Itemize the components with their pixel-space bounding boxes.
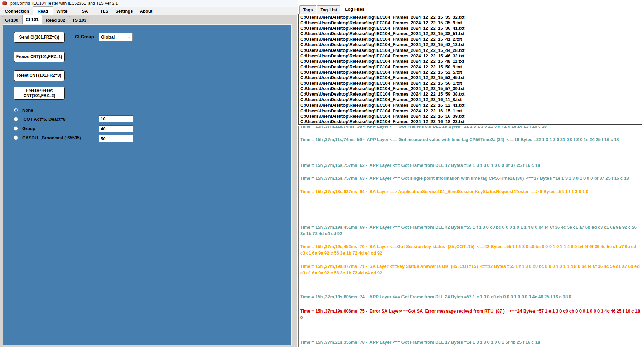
- log-file-row-18[interactable]: C:\Users\User\Desktop\Release\log\IEC104…: [300, 114, 642, 119]
- menu-item-4[interactable]: TLS: [97, 7, 112, 15]
- frame-log-viewer[interactable]: Time = 15h ,37m,11s,74ms 58 - APP Layer …: [298, 126, 642, 347]
- tab-0[interactable]: Tags: [299, 5, 316, 14]
- log-entry-3: Time = 15h ,37m,15s,757ms 63 - APP Layer…: [300, 175, 641, 182]
- log-file-row-4[interactable]: C:\Users\User\Desktop\Release\log\IEC104…: [300, 37, 642, 42]
- ci-group-selected-value: Global: [101, 34, 115, 40]
- radio-2[interactable]: Group: [14, 126, 81, 131]
- log-file-row-10[interactable]: C:\Users\User\Desktop\Release\log\IEC104…: [300, 70, 642, 75]
- log-file-row-9[interactable]: C:\Users\User\Desktop\Release\log\IEC104…: [300, 64, 642, 70]
- log-file-row-16[interactable]: C:\Users\User\Desktop\Release\log\IEC104…: [300, 103, 642, 108]
- log-file-row-17[interactable]: C:\Users\User\Desktop\Release\log\IEC104…: [300, 108, 642, 114]
- log-entry-1: Time = 15h ,37m,11s,74ms 59 - APP Layer …: [300, 136, 641, 143]
- cot-value-input[interactable]: [99, 115, 133, 122]
- tab-3[interactable]: TS 103: [69, 16, 89, 24]
- radio-circle-icon: [14, 126, 18, 131]
- chevron-down-icon: ⌄: [127, 35, 130, 39]
- log-file-list[interactable]: C:\Users\User\Desktop\Release\log\IEC104…: [298, 14, 642, 125]
- casdu-value-input[interactable]: [99, 135, 133, 142]
- log-entry-9: Time = 15h ,37m,19s,606ms 75 - Error SA …: [300, 308, 641, 321]
- radio-0[interactable]: None: [14, 107, 81, 113]
- ci-101-panel: Send CI(101,FRZ=0)) Freeze CNT(101,FRZ=1…: [3, 24, 292, 345]
- log-entry-0: Time = 15h ,37m,11s,74ms 58 - APP Layer …: [300, 126, 641, 129]
- send-ci-button[interactable]: Send CI(101,FRZ=0)): [14, 32, 65, 43]
- log-file-row-0[interactable]: C:\Users\User\Desktop\Release\log\IEC104…: [300, 15, 642, 20]
- window-title: pbsControl IEC104 Tester with IEC62351 a…: [10, 1, 118, 6]
- log-file-row-2[interactable]: C:\Users\User\Desktop\Release\log\IEC104…: [300, 26, 642, 31]
- log-entry-8: Time = 15h ,37m,19s,605ms 74 - APP Layer…: [300, 293, 641, 300]
- right-tab-strip: TagsTag ListLog Files: [299, 5, 369, 14]
- ci-group-select[interactable]: Global ⌄: [99, 33, 133, 41]
- radio-circle-icon: [14, 117, 18, 121]
- log-entry-4: Time = 15h ,37m,18s,927ms 64 - SA Layer …: [300, 188, 641, 195]
- menu-bar: ConnectionReadWriteSATLSSettingsAbout: [0, 7, 298, 15]
- freeze-cnt-button[interactable]: Freeze CNT(101,FRZ=1): [14, 52, 65, 62]
- log-file-row-13[interactable]: C:\Users\User\Desktop\Release\log\IEC104…: [300, 86, 642, 91]
- cot-radio-group: None COT Act=6, Deact=8 Group CASDU ,Bro…: [14, 107, 81, 144]
- log-file-row-19[interactable]: C:\Users\User\Desktop\Release\log\IEC104…: [300, 119, 642, 125]
- log-entry-2: Time = 15h ,37m,15s,757ms 62 - APP Layer…: [300, 162, 641, 169]
- ci-group-label: CI Group: [75, 34, 94, 39]
- radio-3[interactable]: CASDU ,Broadcast ( 65535): [14, 135, 81, 140]
- right-pane: TagsTag ListLog Files C:\Users\User\Desk…: [298, 0, 644, 347]
- reset-cnt-button[interactable]: Reset CNT(101,FRZ=3): [14, 70, 65, 81]
- read-tab-page: GI 100CI 101Read 102TS 103 Send CI(101,F…: [0, 15, 297, 347]
- tab-0[interactable]: GI 100: [2, 16, 21, 24]
- menu-item-2[interactable]: Write: [53, 7, 71, 15]
- log-entry-7: Time = 15h ,37m,19s,477ms 71 - SA Layer …: [300, 263, 641, 276]
- log-file-row-8[interactable]: C:\Users\User\Desktop\Release\log\IEC104…: [300, 59, 642, 64]
- log-entry-10: Time = 15h ,37m,21s,355ms 78 - APP Layer…: [300, 339, 641, 345]
- radio-1[interactable]: COT Act=6, Deact=8: [14, 117, 81, 122]
- group-value-input[interactable]: [99, 125, 133, 132]
- log-file-row-12[interactable]: C:\Users\User\Desktop\Release\log\IEC104…: [300, 81, 642, 86]
- menu-item-1[interactable]: Read: [33, 6, 53, 15]
- log-entry-5: Time = 15h ,37m,19s,451ms 69 - APP Layer…: [300, 224, 641, 237]
- tab-1[interactable]: Tag List: [317, 5, 340, 14]
- frame-log-content: Time = 15h ,37m,11s,74ms 58 - APP Layer …: [300, 126, 641, 347]
- freeze-reset-line2: CNT(101,FRZ=2): [23, 93, 55, 98]
- freeze-reset-cnt-button[interactable]: Freeze+Reset CNT(101,FRZ=2): [14, 87, 65, 100]
- menu-item-6[interactable]: About: [136, 7, 156, 15]
- menu-item-5[interactable]: Settings: [112, 7, 136, 15]
- tab-1[interactable]: CI 101: [22, 15, 42, 24]
- radio-circle-icon: [14, 135, 18, 140]
- log-file-row-1[interactable]: C:\Users\User\Desktop\Release\log\IEC104…: [300, 20, 642, 26]
- log-file-row-7[interactable]: C:\Users\User\Desktop\Release\log\IEC104…: [300, 53, 642, 59]
- log-file-row-6[interactable]: C:\Users\User\Desktop\Release\log\IEC104…: [300, 48, 642, 53]
- log-file-row-11[interactable]: C:\Users\User\Desktop\Release\log\IEC104…: [300, 75, 642, 81]
- tab-2[interactable]: Read 102: [43, 16, 68, 24]
- left-tab-strip: GI 100CI 101Read 102TS 103: [2, 15, 90, 24]
- tab-2[interactable]: Log Files: [341, 4, 368, 14]
- app-icon: [2, 1, 7, 5]
- radio-circle-icon: [14, 108, 18, 112]
- menu-item-3[interactable]: SA: [78, 7, 91, 15]
- log-entry-6: Time = 15h ,37m,19s,452ms 70 - SA Layer …: [300, 243, 641, 256]
- freeze-reset-line1: Freeze+Reset: [26, 88, 53, 93]
- log-file-row-3[interactable]: C:\Users\User\Desktop\Release\log\IEC104…: [300, 31, 642, 37]
- log-file-row-14[interactable]: C:\Users\User\Desktop\Release\log\IEC104…: [300, 91, 642, 97]
- log-file-row-15[interactable]: C:\Users\User\Desktop\Release\log\IEC104…: [300, 97, 642, 102]
- menu-item-0[interactable]: Connection: [1, 7, 33, 15]
- log-file-row-5[interactable]: C:\Users\User\Desktop\Release\log\IEC104…: [300, 42, 642, 47]
